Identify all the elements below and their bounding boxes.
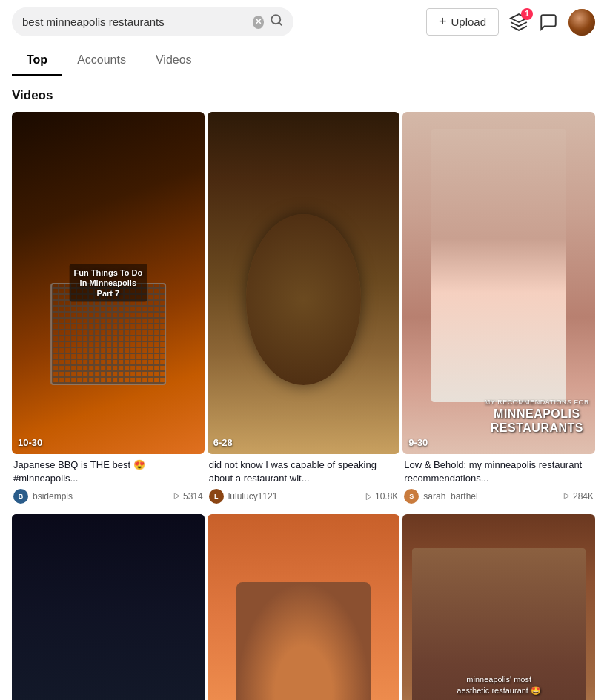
search-input[interactable]: [22, 16, 247, 28]
tab-top[interactable]: Top: [12, 44, 62, 76]
video-duration: 9-30: [408, 437, 428, 448]
section-label: Videos: [0, 76, 607, 112]
video-meta: S sarah_barthel 284K: [404, 489, 594, 504]
video-duration: 6-28: [213, 437, 233, 448]
video-title: did not know I was capable of speaking a…: [209, 459, 399, 485]
meta-avatar: S: [404, 489, 419, 504]
video-thumbnail: Arts + Rec 8-31: [208, 514, 400, 700]
meta-views: 10.8K: [365, 491, 398, 501]
video-meta: L lululucy1121 10.8K: [209, 489, 399, 504]
video-thumbnail: minneapolis' mostaesthetic restaurant 🤩 …: [402, 514, 595, 700]
upload-label: Upload: [451, 16, 486, 28]
search-icon[interactable]: [270, 13, 283, 30]
meta-username: bsidempls: [33, 491, 168, 501]
person-visual: [431, 129, 566, 402]
tab-videos[interactable]: Videos: [141, 44, 207, 76]
messages-icon-button[interactable]: [539, 13, 558, 32]
video-overlay-text: Fun Things To DoIn MinneapolisPart 7: [69, 264, 147, 301]
meta-views: 284K: [563, 491, 594, 501]
meta-username: lululucy1121: [228, 491, 360, 501]
header: ✕ + Upload 1: [0, 0, 607, 44]
meta-views: 5314: [173, 491, 203, 501]
video-thumbnail: MY RECOMMENDATIONS FOR MINNEAPOLIS RESTA…: [402, 112, 595, 454]
video-grid: Fun Things To DoIn MinneapolisPart 7 10-…: [0, 112, 607, 700]
clear-icon[interactable]: ✕: [253, 16, 264, 29]
notification-badge: 1: [521, 8, 533, 20]
svg-line-1: [279, 22, 281, 24]
inbox-icon-button[interactable]: 1: [509, 13, 528, 32]
tab-accounts[interactable]: Accounts: [62, 44, 141, 76]
video-title: Low & Behold: my minneapolis restaurant …: [404, 459, 594, 485]
video-info: Japanese BBQ is THE best 😍 #minneapolis.…: [12, 454, 205, 511]
video-card[interactable]: minneapolis' mostaesthetic restaurant 🤩 …: [402, 514, 595, 700]
svg-marker-4: [564, 493, 568, 499]
video-thumbnail: Fun Things To DoIn MinneapolisPart 7 10-…: [12, 112, 205, 454]
avatar-image: [568, 9, 595, 36]
avatar[interactable]: [568, 9, 595, 36]
meta-avatar: L: [209, 489, 224, 504]
search-bar: ✕: [12, 7, 293, 36]
video-meta: B bsidempls 5314: [13, 489, 203, 504]
burger-visual: [236, 582, 371, 700]
svg-marker-2: [174, 493, 179, 499]
video-title: Japanese BBQ is THE best 😍 #minneapolis.…: [13, 459, 203, 485]
video-card[interactable]: RH Rooftop | Minneapolis 8-23 Ambiance, …: [12, 514, 205, 700]
svg-marker-3: [366, 493, 371, 499]
meta-username: sarah_barthel: [423, 491, 558, 501]
plus-icon: +: [439, 14, 447, 30]
video-info: did not know I was capable of speaking a…: [208, 454, 400, 511]
video-thumbnail: RH Rooftop | Minneapolis 8-23: [12, 514, 205, 700]
header-right: + Upload 1: [426, 8, 595, 36]
video-card[interactable]: Arts + Rec 8-31 Check out Arts+Rec for t…: [208, 514, 400, 700]
video-card[interactable]: 6-28 did not know I was capable of speak…: [208, 112, 400, 511]
aesthetic-overlay: minneapolis' mostaesthetic restaurant 🤩: [457, 673, 541, 696]
video-duration: 10-30: [18, 437, 42, 448]
meta-avatar: B: [13, 489, 28, 504]
video-card[interactable]: MY RECOMMENDATIONS FOR MINNEAPOLIS RESTA…: [402, 112, 595, 511]
video-info: Low & Behold: my minneapolis restaurant …: [402, 454, 595, 511]
food-visual: [246, 214, 362, 385]
video-card[interactable]: Fun Things To DoIn MinneapolisPart 7 10-…: [12, 112, 205, 511]
video-thumbnail: 6-28: [208, 112, 400, 454]
tabs-bar: Top Accounts Videos: [0, 44, 607, 76]
minneapolis-overlay: MY RECOMMENDATIONS FOR MINNEAPOLIS RESTA…: [485, 398, 589, 436]
upload-button[interactable]: + Upload: [426, 8, 499, 36]
